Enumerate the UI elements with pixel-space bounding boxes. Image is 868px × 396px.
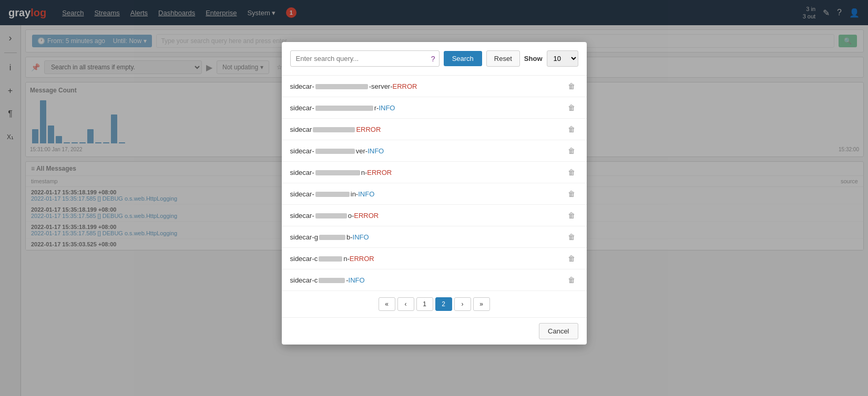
redacted-span (315, 106, 373, 111)
delete-button[interactable]: 🗑 (565, 232, 578, 242)
delete-button[interactable]: 🗑 (565, 189, 578, 199)
item-text: sidecar--server-ERROR (290, 82, 565, 90)
delete-button[interactable]: 🗑 (565, 81, 578, 91)
redacted-span (315, 170, 360, 175)
redacted-span (315, 84, 368, 89)
redacted-span (315, 192, 350, 197)
modal-search-button[interactable]: Search (444, 51, 482, 66)
delete-button[interactable]: 🗑 (565, 210, 578, 221)
item-text: sidecar-in-INFO (290, 190, 565, 198)
show-select[interactable]: 10 25 50 100 (547, 50, 578, 67)
list-item[interactable]: sidecar-in-INFO 🗑 (282, 183, 587, 205)
modal-search-area: ? Search Reset Show 10 25 50 100 (282, 42, 587, 76)
list-item[interactable]: sidecar-cn-ERROR 🗑 (282, 248, 587, 269)
delete-button[interactable]: 🗑 (565, 124, 578, 134)
input-help-icon[interactable]: ? (431, 55, 435, 63)
list-item[interactable]: sidecar-ver-INFO 🗑 (282, 140, 587, 162)
modal-footer: Cancel (282, 317, 587, 345)
redacted-span (315, 213, 347, 218)
redacted-span (313, 127, 355, 132)
redacted-span (319, 278, 345, 283)
modal-search-input[interactable] (290, 50, 440, 67)
item-text: sidecar-o-ERROR (290, 212, 565, 220)
delete-button[interactable]: 🗑 (565, 275, 578, 285)
modal-list: sidecar--server-ERROR 🗑 sidecar-r-INFO 🗑… (282, 76, 587, 291)
page-1[interactable]: 1 (416, 297, 433, 311)
item-text: sidecar-ver-INFO (290, 147, 565, 155)
redacted-span (319, 235, 345, 240)
modal-search-wrapper: ? (290, 50, 440, 67)
page-last[interactable]: » (473, 297, 490, 311)
item-text: sidecar-n-ERROR (290, 169, 565, 176)
list-item[interactable]: sidecar--server-ERROR 🗑 (282, 76, 587, 97)
list-item[interactable]: sidecar-gb-INFO 🗑 (282, 226, 587, 248)
list-item[interactable]: sidecar-r-INFO 🗑 (282, 97, 587, 119)
delete-button[interactable]: 🗑 (565, 253, 578, 264)
delete-button[interactable]: 🗑 (565, 145, 578, 156)
list-item[interactable]: sidecar-o-ERROR 🗑 (282, 205, 587, 226)
search-modal: ? Search Reset Show 10 25 50 100 sidecar… (282, 42, 587, 345)
cancel-button[interactable]: Cancel (539, 323, 578, 339)
item-text: sidecarERROR (290, 126, 565, 133)
list-item[interactable]: sidecar-c-INFO 🗑 (282, 269, 587, 291)
item-text: sidecar-c-INFO (290, 276, 565, 284)
item-text: sidecar-gb-INFO (290, 233, 565, 241)
page-2[interactable]: 2 (435, 297, 452, 311)
item-text: sidecar-r-INFO (290, 104, 565, 112)
modal-backdrop: ? Search Reset Show 10 25 50 100 sidecar… (0, 0, 868, 396)
page-first[interactable]: « (379, 297, 395, 311)
modal-reset-button[interactable]: Reset (486, 50, 520, 67)
delete-button[interactable]: 🗑 (565, 167, 578, 178)
list-item[interactable]: sidecarERROR 🗑 (282, 119, 587, 140)
page-prev[interactable]: ‹ (397, 297, 414, 311)
list-item[interactable]: sidecar-n-ERROR 🗑 (282, 162, 587, 183)
page-next[interactable]: › (454, 297, 471, 311)
redacted-span (319, 256, 342, 262)
modal-pagination: « ‹ 1 2 › » (282, 291, 587, 317)
delete-button[interactable]: 🗑 (565, 102, 578, 113)
redacted-span (315, 149, 355, 154)
show-label: Show (524, 55, 543, 62)
item-text: sidecar-cn-ERROR (290, 255, 565, 263)
